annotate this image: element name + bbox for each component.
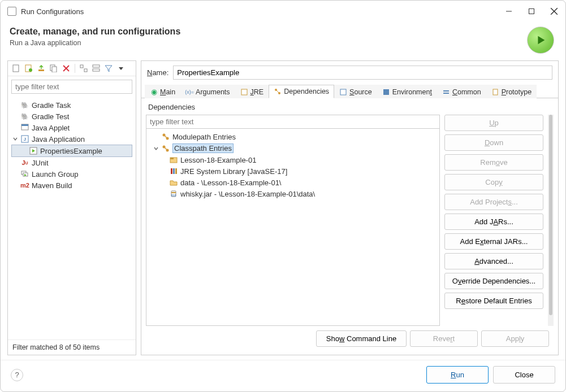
tab-content-dependencies: Dependencies Modulepath Entries Classpat… xyxy=(141,98,558,355)
vertical-scrollbar[interactable] xyxy=(548,115,554,326)
content-panel: Name: ◉Main (x)=Arguments JRE Dependenci… xyxy=(141,60,559,355)
svg-point-7 xyxy=(29,68,32,72)
svg-rect-47 xyxy=(175,168,177,174)
tree-item-gradle-test[interactable]: 🐘Gradle Test xyxy=(11,111,132,122)
dep-project[interactable]: Lesson-18-Example-01 xyxy=(150,154,436,165)
tab-jre[interactable]: JRE xyxy=(235,85,269,98)
svg-rect-13 xyxy=(80,65,83,68)
tree-item-java-applet[interactable]: Java Applet xyxy=(11,122,132,133)
svg-rect-14 xyxy=(84,69,87,72)
expand-all-button[interactable] xyxy=(79,63,89,73)
module-icon xyxy=(161,132,170,141)
svg-rect-16 xyxy=(93,69,100,71)
window-title: Run Configurations xyxy=(21,7,504,16)
java-run-icon xyxy=(29,146,38,155)
environment-icon xyxy=(382,88,390,96)
elephant-icon: 🐘 xyxy=(20,101,29,110)
up-button[interactable]: Up xyxy=(444,115,543,131)
tree-item-junit[interactable]: JUJUnit xyxy=(11,157,132,168)
tree-item-launch-group[interactable]: Launch Group xyxy=(11,168,132,180)
help-button[interactable]: ? xyxy=(11,369,23,381)
collapse-all-button[interactable] xyxy=(91,63,101,73)
filter-status: Filter matched 8 of 50 items xyxy=(8,339,136,355)
new-config-button[interactable] xyxy=(11,63,21,73)
maven-icon: m2 xyxy=(20,181,29,190)
dep-classpath-entries[interactable]: Classpath Entries xyxy=(150,142,436,154)
header-subtitle: Run a Java application xyxy=(10,39,527,47)
header: Create, manage, and run configurations R… xyxy=(1,22,565,60)
run-button[interactable]: Run xyxy=(426,366,489,384)
applet-icon xyxy=(20,123,29,132)
copy-button[interactable]: Copy xyxy=(444,174,543,190)
svg-rect-10 xyxy=(52,67,57,72)
export-button[interactable] xyxy=(36,63,46,73)
dependencies-filter-input[interactable] xyxy=(146,115,439,129)
close-button[interactable]: Close xyxy=(493,366,555,384)
jre-icon xyxy=(240,88,248,96)
svg-rect-28 xyxy=(241,89,247,95)
dropdown-icon[interactable] xyxy=(116,63,126,73)
tab-environment[interactable]: Environment xyxy=(377,85,437,98)
tree-item-java-application[interactable]: JJava Application xyxy=(11,133,132,145)
down-button[interactable]: Down xyxy=(444,134,543,151)
add-jars-button[interactable]: Add JARs... xyxy=(444,214,543,230)
footer: ? Run Close xyxy=(1,360,565,391)
elephant-icon: 🐘 xyxy=(20,112,29,121)
restore-default-entries-button[interactable]: Restore Default Entries xyxy=(444,293,543,309)
svg-rect-5 xyxy=(13,65,19,72)
tab-main[interactable]: ◉Main xyxy=(145,85,180,98)
svg-rect-45 xyxy=(171,168,172,174)
add-external-jars-button[interactable]: Add External JARs... xyxy=(444,233,543,250)
source-icon xyxy=(339,88,347,96)
add-projects-button[interactable]: Add Projects... xyxy=(444,194,543,210)
svg-rect-20 xyxy=(21,124,28,126)
dep-jre-library[interactable]: JRE System Library [JavaSE-17] xyxy=(150,165,436,177)
minimize-button[interactable] xyxy=(504,7,513,16)
revert-button[interactable]: Revert xyxy=(410,330,478,347)
name-input[interactable] xyxy=(173,66,552,80)
show-command-line-button[interactable]: Show Command Line xyxy=(316,330,407,347)
tree-item-maven-build[interactable]: m2Maven Build xyxy=(11,180,132,191)
tab-source[interactable]: Source xyxy=(334,85,377,98)
svg-text:010: 010 xyxy=(171,194,176,197)
dep-jar[interactable]: 010whisky.jar - \Lesson-18-Example-01\da… xyxy=(150,188,436,199)
common-icon xyxy=(442,88,450,96)
sidebar-filter-input[interactable] xyxy=(11,80,132,94)
maximize-button[interactable] xyxy=(527,7,536,16)
tab-dependencies[interactable]: Dependencies xyxy=(269,85,334,98)
remove-button[interactable]: Remove xyxy=(444,154,543,171)
svg-line-39 xyxy=(164,135,167,138)
chevron-down-icon[interactable] xyxy=(11,135,19,143)
close-window-button[interactable] xyxy=(550,7,559,16)
svg-line-31 xyxy=(276,90,279,93)
dep-modulepath-entries[interactable]: Modulepath Entries xyxy=(150,131,436,142)
tab-prototype[interactable]: Prototype xyxy=(486,85,537,98)
tab-common[interactable]: Common xyxy=(437,85,486,98)
launch-group-icon xyxy=(20,169,29,178)
duplicate-button[interactable] xyxy=(49,63,59,73)
svg-line-42 xyxy=(164,147,167,150)
svg-rect-35 xyxy=(443,93,449,94)
chevron-down-icon[interactable] xyxy=(152,145,160,153)
name-label: Name: xyxy=(147,68,168,77)
apply-button[interactable]: Apply xyxy=(481,330,549,347)
sidebar: 🐘Gradle Task 🐘Gradle Test Java Applet JJ… xyxy=(7,60,136,355)
svg-rect-44 xyxy=(170,158,174,159)
override-dependencies-button[interactable]: Override Dependencies... xyxy=(444,273,543,289)
tree-item-properties-example[interactable]: PropertiesExample xyxy=(11,145,132,157)
new-prototype-button[interactable] xyxy=(24,63,34,73)
svg-rect-36 xyxy=(493,89,498,95)
tree-item-gradle-task[interactable]: 🐘Gradle Task xyxy=(11,99,132,111)
svg-rect-46 xyxy=(173,168,175,174)
dep-folder[interactable]: data - \Lesson-18-Example-01\ xyxy=(150,177,436,188)
config-tree: 🐘Gradle Task 🐘Gradle Test Java Applet JJ… xyxy=(8,97,136,339)
filter-button[interactable] xyxy=(103,63,114,73)
delete-button[interactable] xyxy=(61,63,71,73)
tab-arguments[interactable]: (x)=Arguments xyxy=(180,85,235,98)
dependencies-buttons: Up Down Remove Copy Add Projects... Add … xyxy=(444,115,543,326)
library-icon xyxy=(169,167,178,176)
run-icon xyxy=(527,27,554,54)
svg-rect-1 xyxy=(529,9,534,14)
tabs: ◉Main (x)=Arguments JRE Dependencies Sou… xyxy=(141,84,558,98)
advanced-button[interactable]: Advanced... xyxy=(444,253,543,269)
